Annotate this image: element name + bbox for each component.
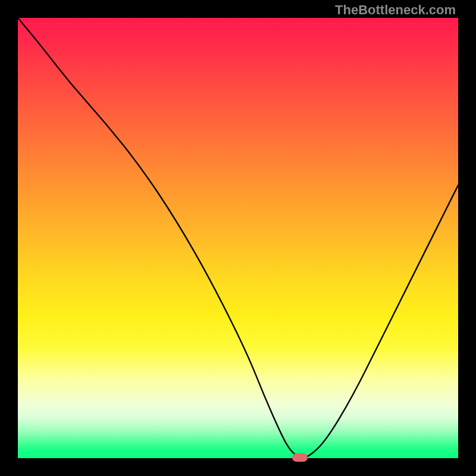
bottleneck-curve	[18, 18, 458, 458]
optimal-marker	[292, 453, 308, 462]
chart-container: TheBottleneck.com	[0, 0, 476, 476]
watermark-label: TheBottleneck.com	[335, 2, 456, 18]
